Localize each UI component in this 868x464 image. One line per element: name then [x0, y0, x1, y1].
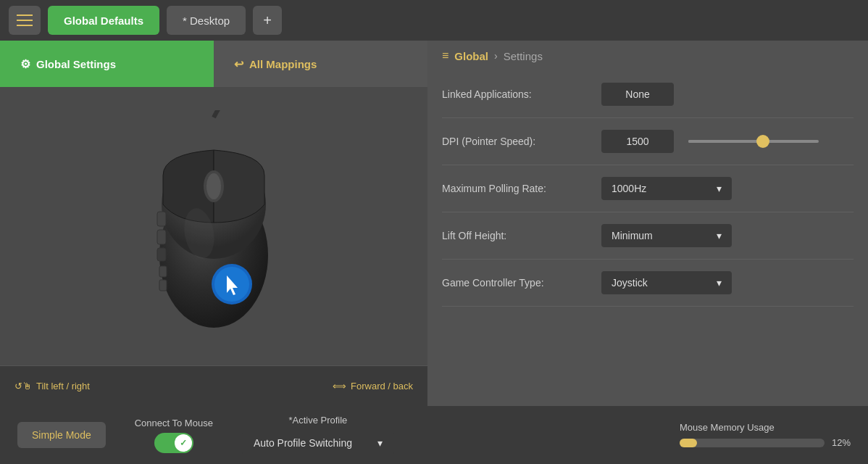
- tab-global-settings[interactable]: ⚙ Global Settings: [0, 41, 214, 87]
- tilt-icon: ↺🖱: [14, 381, 32, 392]
- tilt-label-text: Tilt left / right: [36, 381, 90, 392]
- mouse-area: [0, 87, 427, 365]
- dpi-slider-container: [688, 140, 854, 143]
- connect-to-mouse-section: Connect To Mouse ✓: [135, 418, 213, 453]
- polling-dropdown-arrow: ▾: [717, 183, 722, 194]
- svg-rect-7: [159, 266, 167, 277]
- tab-all-mappings-label: All Mappings: [249, 58, 317, 70]
- svg-point-3: [206, 173, 221, 199]
- setting-row-dpi: DPI (Pointer Speed): 1500: [442, 118, 854, 165]
- memory-percentage: 12%: [832, 437, 851, 448]
- memory-bar-row: 12%: [680, 437, 851, 448]
- memory-bar-fill: [680, 439, 697, 447]
- breadcrumb-global[interactable]: Global: [454, 50, 488, 62]
- controller-dropdown[interactable]: Joystick ▾: [601, 271, 732, 294]
- controller-label: Game Controller Type:: [442, 277, 594, 289]
- toggle-check-icon: ✓: [180, 438, 187, 448]
- main-content: ⚙ Global Settings ↩ All Mappings: [0, 41, 868, 406]
- hamburger-line: [17, 20, 33, 21]
- liftoff-dropdown-arrow: ▾: [717, 230, 722, 241]
- mouse-illustration: [120, 110, 308, 342]
- polling-dropdown[interactable]: 1000Hz ▾: [601, 177, 732, 200]
- desktop-tab-button[interactable]: * Desktop: [167, 6, 246, 35]
- hamburger-line: [17, 14, 33, 16]
- controller-dropdown-arrow: ▾: [717, 277, 722, 289]
- dpi-slider-fill: [688, 140, 760, 143]
- gear-icon: ⚙: [20, 57, 30, 71]
- memory-section: Mouse Memory Usage 12%: [680, 422, 851, 448]
- setting-row-linked-apps: Linked Applications: None: [442, 71, 854, 118]
- tab-global-settings-label: Global Settings: [36, 58, 116, 70]
- top-bar: Global Defaults * Desktop +: [0, 0, 868, 41]
- dpi-label: DPI (Pointer Speed):: [442, 136, 594, 147]
- controller-value: Joystick: [612, 277, 648, 289]
- mouse-labels: ↺🖱 Tilt left / right ⟺ Forward / back: [0, 365, 427, 406]
- connect-to-mouse-label: Connect To Mouse: [135, 418, 213, 428]
- svg-rect-6: [157, 248, 166, 261]
- bottom-bar: Simple Mode Connect To Mouse ✓ *Active P…: [0, 406, 868, 464]
- polling-label: Maximum Polling Rate:: [442, 183, 594, 194]
- forward-back-label: ⟺ Forward / back: [333, 381, 413, 392]
- liftoff-dropdown[interactable]: Minimum ▾: [601, 224, 732, 247]
- breadcrumb-bar: ≡ Global › Settings: [427, 41, 868, 71]
- linked-apps-label: Linked Applications:: [442, 88, 594, 100]
- settings-list: Linked Applications: None DPI (Pointer S…: [427, 71, 868, 406]
- dpi-slider-track[interactable]: [688, 140, 819, 143]
- svg-rect-5: [157, 230, 166, 244]
- hamburger-line: [17, 25, 33, 26]
- active-profile-section: *Active Profile Auto Profile Switching ▾: [242, 415, 394, 456]
- memory-bar-track: [680, 439, 825, 447]
- simple-mode-button[interactable]: Simple Mode: [17, 422, 106, 448]
- active-profile-label: *Active Profile: [288, 415, 347, 426]
- svg-rect-8: [159, 280, 167, 291]
- right-panel: ≡ Global › Settings Linked Applications:…: [427, 41, 868, 406]
- forward-back-label-text: Forward / back: [351, 381, 413, 392]
- dpi-value[interactable]: 1500: [601, 130, 674, 153]
- forward-icon: ⟺: [333, 381, 346, 392]
- active-profile-value: Auto Profile Switching: [254, 437, 352, 449]
- left-panel: ⚙ Global Settings ↩ All Mappings: [0, 41, 427, 406]
- dpi-slider-thumb[interactable]: [756, 135, 769, 148]
- add-tab-button[interactable]: +: [253, 6, 282, 35]
- hamburger-menu-button[interactable]: [9, 6, 41, 35]
- global-defaults-button[interactable]: Global Defaults: [48, 6, 159, 35]
- tilt-label: ↺🖱 Tilt left / right: [14, 381, 90, 392]
- memory-label: Mouse Memory Usage: [680, 422, 775, 433]
- breadcrumb-settings: Settings: [504, 50, 543, 62]
- breadcrumb-arrow: ›: [494, 50, 498, 62]
- setting-row-liftoff: Lift Off Height: Minimum ▾: [442, 212, 854, 260]
- liftoff-label: Lift Off Height:: [442, 230, 594, 241]
- linked-apps-value[interactable]: None: [601, 83, 674, 106]
- polling-value: 1000Hz: [612, 183, 646, 194]
- toggle-knob: ✓: [175, 434, 192, 452]
- active-profile-dropdown[interactable]: Auto Profile Switching ▾: [242, 430, 394, 456]
- mapping-icon: ↩: [234, 57, 243, 71]
- breadcrumb-menu-icon: ≡: [442, 49, 448, 62]
- tab-all-mappings[interactable]: ↩ All Mappings: [214, 41, 427, 87]
- connect-to-mouse-toggle[interactable]: ✓: [154, 433, 193, 453]
- svg-rect-4: [157, 212, 166, 226]
- liftoff-value: Minimum: [612, 230, 653, 241]
- active-profile-dropdown-arrow: ▾: [377, 437, 383, 449]
- setting-row-controller: Game Controller Type: Joystick ▾: [442, 260, 854, 307]
- setting-row-polling: Maximum Polling Rate: 1000Hz ▾: [442, 165, 854, 212]
- left-tabs: ⚙ Global Settings ↩ All Mappings: [0, 41, 427, 87]
